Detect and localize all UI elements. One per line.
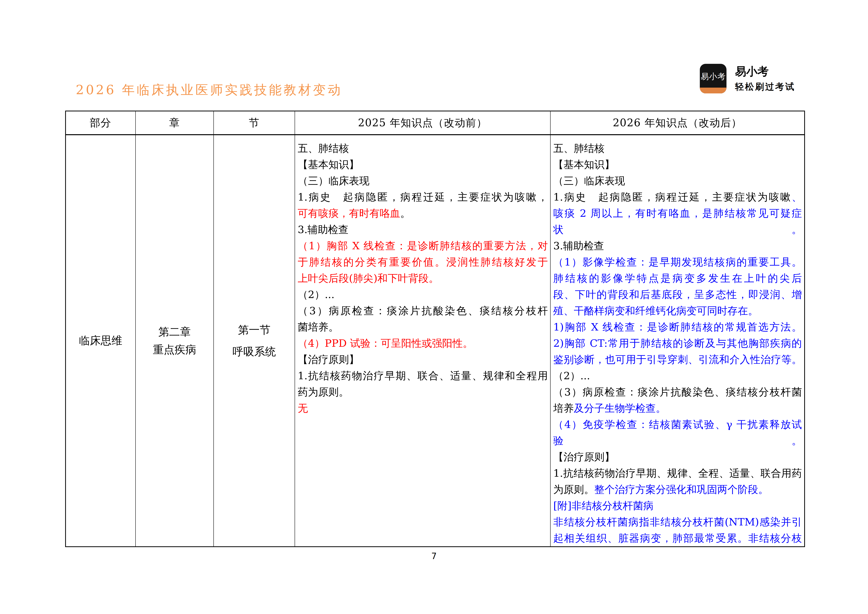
cell-line: 重点疾病: [136, 341, 214, 358]
text-line: （三）临床表现: [298, 173, 548, 189]
cell-2025-content: 五、肺结核【基本知识】（三）临床表现1.病史 起病隐匿，病程迁延，主要症状为咳嗽…: [295, 135, 550, 547]
text-segment: 菌培养。: [298, 321, 339, 333]
text-segment: （三）临床表现: [298, 175, 369, 187]
text-line: 非结核分枝杆菌病指非结核分枝杆菌(NTM)感染并引: [553, 514, 802, 530]
text-line: 3.辅助检查: [553, 238, 802, 254]
text-line: （1）影像学检查：是早期发现结核病的重要工具。: [553, 254, 802, 270]
col-header-2026: 2026 年知识点（改动后）: [550, 111, 804, 135]
text-line: （2）...: [553, 367, 802, 384]
text-segment: 无: [298, 402, 308, 414]
text-segment: （2）...: [298, 288, 335, 300]
text-line: （2）...: [298, 287, 548, 302]
brand-name: 易小考: [735, 65, 795, 78]
table-row: 临床思维 第二章重点疾病 第一节呼吸系统 五、肺结核【基本知识】（三）临床表现1…: [65, 135, 804, 547]
text-segment: （3）病原检查：痰涂片抗酸染色、痰结核分枝杆菌: [553, 386, 802, 398]
text-line: （3）病原检查：痰涂片抗酸染色、痰结核分枝杆: [298, 302, 548, 319]
brand-text: 易小考 轻松刷过考试: [735, 64, 795, 93]
text-line: 鉴别诊断，也可用于引导穿刺、引流和介入性治疗等。: [553, 351, 802, 367]
text-segment: 非结核分枝杆菌病指非结核分枝杆菌(NTM)感染并引: [553, 516, 802, 528]
text-segment: （1）影像学检查：是早期发现结核病的重要工具。: [553, 256, 802, 268]
text-segment: 整个治疗方案分强化和巩固两个阶段。: [594, 484, 769, 495]
document-page: 2026 年临床执业医师实践技能教材变动 易小考 易小考 轻松刷过考试 部分 章…: [0, 0, 868, 614]
cell-chapter: 第二章重点疾病: [135, 135, 214, 547]
text-segment: 【治疗原则】: [298, 354, 359, 365]
text-line: 3.辅助检查: [298, 222, 548, 238]
text-line: 于肺结核的分类有重要价值。浸润性肺结核好发于: [298, 254, 548, 270]
text-line: （1）胸部 X 线检查：是诊断肺结核的重要方法，对: [298, 238, 548, 254]
text-segment: [附]非结核分枝杆菌病: [553, 500, 653, 512]
text-line: 可有咳痰，有时有咯血。: [298, 205, 548, 222]
col-header-part: 部分: [65, 111, 135, 135]
text-line: 五、肺结核: [298, 140, 548, 157]
text-line: 【治疗原则】: [553, 449, 802, 465]
text-line: 为原则。整个治疗方案分强化和巩固两个阶段。: [553, 481, 802, 498]
text-segment: 于肺结核的分类有重要价值。浸润性肺结核好发于: [298, 256, 548, 268]
text-segment: 【基本知识】: [553, 158, 615, 171]
text-segment: 及分子生物学检查。: [574, 402, 666, 414]
text-line: 起相关组织、脏器病变，肺部最常受累。非结核分枝: [553, 530, 802, 546]
text-line: 1.抗结核药物治疗早期、联合、适量、规律和全程用: [298, 367, 548, 384]
text-segment: 1)胸部 X 线检查：是诊断肺结核的常规首选方法。: [553, 321, 802, 333]
text-segment: 1.抗结核药物治疗早期、规律、全程、适量、联合用药: [553, 467, 802, 479]
text-segment: 段、下叶的背段和后基底段，呈多态性，即浸润、增: [553, 288, 802, 300]
text-segment: 、: [792, 191, 802, 203]
text-segment: 3.辅助检查: [298, 223, 349, 235]
brand-logo: 易小考 易小考 轻松刷过考试: [700, 64, 795, 93]
text-segment: 1.病史 起病隐匿，病程迁延，主要症状为咳嗽，: [298, 191, 548, 203]
text-segment: 肺结核的影像学特点是病变多发生在上叶的尖后: [553, 272, 802, 284]
text-segment: 咳痰 2 周以上，有时有咯血，是肺结核常见可疑症状。: [553, 207, 802, 235]
text-line: （4）PPD 试验：可呈阳性或强阳性。: [298, 335, 548, 351]
text-line: （三）临床表现: [553, 173, 802, 189]
text-line: （3）病原检查：痰涂片抗酸染色、痰结核分枝杆菌: [553, 384, 802, 400]
brand-tagline: 轻松刷过考试: [735, 81, 795, 93]
text-line: 1.抗结核药物治疗早期、规律、全程、适量、联合用药: [553, 465, 802, 481]
text-segment: 殖、干酪样病变和纤维钙化病变可同时存在。: [553, 305, 758, 316]
text-segment: 1.抗结核药物治疗早期、联合、适量、规律和全程用: [298, 370, 548, 381]
text-line: 段、下叶的背段和后基底段，呈多态性，即浸润、增: [553, 287, 802, 302]
text-line: 药为原则。: [298, 384, 548, 400]
page-title: 2026 年临床执业医师实践技能教材变动: [76, 81, 343, 99]
cell-line: 呼吸系统: [214, 341, 294, 363]
text-segment: （2）...: [553, 370, 590, 381]
page-number: 7: [0, 551, 868, 561]
changes-table: 部分 章 节 2025 年知识点（改动前） 2026 年知识点（改动后） 临床思…: [65, 111, 805, 547]
text-segment: 3.辅助检查: [553, 240, 604, 251]
cell-part: 临床思维: [65, 135, 135, 547]
text-line: 殖、干酪样病变和纤维钙化病变可同时存在。: [553, 302, 802, 319]
text-line: 【治疗原则】: [298, 351, 548, 367]
text-line: [附]非结核分枝杆菌病: [553, 498, 802, 514]
text-line: 培养及分子生物学检查。: [553, 400, 802, 416]
text-segment: 五、肺结核: [553, 142, 604, 154]
col-header-section: 节: [214, 111, 295, 135]
text-line: 1.病史 起病隐匿，病程迁延，主要症状为咳嗽、: [553, 189, 802, 205]
yixiaokao-logo-icon: 易小考: [700, 64, 727, 93]
col-header-chapter: 章: [135, 111, 214, 135]
text-line: 2)胸部 CT:常用于肺结核的诊断及与其他胸部疾病的: [553, 335, 802, 351]
text-segment: 为原则。: [553, 484, 594, 495]
cell-section: 第一节呼吸系统: [214, 135, 295, 547]
text-segment: 1.病史 起病隐匿，病程迁延，主要症状为咳嗽: [553, 191, 792, 203]
text-segment: 鉴别诊断，也可用于引导穿刺、引流和介入性治疗等。: [553, 354, 802, 365]
text-segment: 。: [400, 207, 411, 219]
cell-2026-content: 五、肺结核【基本知识】（三）临床表现1.病史 起病隐匿，病程迁延，主要症状为咳嗽…: [550, 135, 804, 547]
text-line: 【基本知识】: [298, 157, 548, 173]
logo-badge-text: 易小考: [701, 71, 726, 82]
text-line: 肺结核的影像学特点是病变多发生在上叶的尖后: [553, 270, 802, 287]
text-line: （4）免疫学检查：结核菌素试验、γ 干扰素释放试验。: [553, 416, 802, 449]
text-segment: 可有咳痰，有时有咯血: [298, 207, 400, 219]
text-segment: （3）病原检查：痰涂片抗酸染色、痰结核分枝杆: [298, 305, 548, 316]
col-header-2025: 2025 年知识点（改动前）: [295, 111, 550, 135]
text-line: 五、肺结核: [553, 140, 802, 157]
text-segment: 药为原则。: [298, 386, 349, 398]
text-segment: （1）胸部 X 线检查：是诊断肺结核的重要方法，对: [298, 240, 548, 251]
text-segment: 五、肺结核: [298, 142, 349, 154]
text-segment: 培养: [553, 402, 574, 414]
text-segment: 2)胸部 CT:常用于肺结核的诊断及与其他胸部疾病的: [553, 337, 802, 349]
text-line: 【基本知识】: [553, 157, 802, 173]
text-line: 无: [298, 400, 548, 416]
cell-line: 第一节: [214, 319, 294, 341]
logo-orange-strip-icon: [700, 88, 727, 93]
text-segment: 【治疗原则】: [553, 451, 615, 463]
text-segment: （4）PPD 试验：可呈阳性或强阳性。: [298, 337, 473, 349]
text-line: 菌培养。: [298, 319, 548, 335]
